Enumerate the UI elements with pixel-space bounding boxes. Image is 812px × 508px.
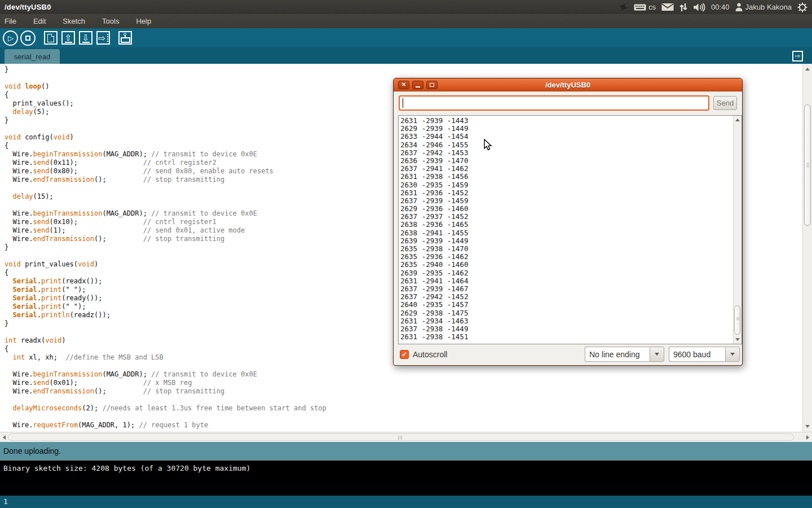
scroll-up-arrow-icon[interactable]	[805, 68, 810, 71]
tab-serial-read[interactable]: serial_read	[5, 49, 60, 64]
check-icon: ✓	[401, 351, 407, 358]
serial-data-row: 2637 -2939 -1467	[400, 285, 733, 293]
serial-data-row: 2629 -2938 -1475	[400, 309, 733, 317]
status-message: Done uploading.	[3, 446, 61, 456]
clock[interactable]: 00:40	[711, 3, 730, 11]
serial-data-row: 2631 -2936 -1452	[400, 189, 733, 197]
serial-data-row: 2634 -2946 -1455	[400, 141, 733, 149]
upload-button[interactable]: ⇨	[96, 31, 110, 45]
build-console: Binary sketch size: 4208 bytes (of a 307…	[0, 460, 812, 496]
mail-icon[interactable]	[661, 3, 674, 11]
serial-data-row: 2631 -2939 -1443	[400, 117, 733, 125]
horizontal-scrollbar-thumb[interactable]	[8, 433, 794, 441]
dropdown-arrow-button[interactable]	[725, 347, 740, 362]
console-line: Binary sketch size: 4208 bytes (of a 307…	[3, 464, 812, 473]
arrow-down-icon: ⇩	[82, 33, 90, 43]
open-button[interactable]: ⇧	[61, 31, 75, 45]
chevron-down-icon	[730, 353, 735, 356]
keyboard-layout-indicator[interactable]: cs	[634, 3, 656, 11]
sync-arrows-icon[interactable]	[679, 3, 687, 12]
code-line: delayMicroseconds(2); //needs at least 1…	[5, 404, 802, 413]
send-button-label: Send	[717, 99, 734, 107]
serial-data-row: 2630 -2935 -1459	[400, 181, 733, 189]
serial-data-row: 2637 -2939 -1459	[400, 197, 733, 205]
tab-menu-button[interactable]: ⇨	[792, 51, 803, 62]
maximize-button[interactable]	[426, 81, 438, 89]
volume-icon[interactable]	[693, 3, 705, 12]
serial-monitor-button[interactable]	[118, 31, 132, 45]
code-line: Wire.send(0x01); // x MSB reg	[5, 379, 802, 387]
new-document-icon	[47, 34, 54, 42]
keyboard-layout-label: cs	[648, 3, 656, 11]
serial-data-row: 2637 -2938 -1449	[400, 325, 733, 333]
keyboard-icon	[634, 3, 646, 11]
serial-data-row: 2637 -2937 -1452	[400, 213, 733, 221]
serial-data-row: 2638 -2941 -1455	[400, 229, 733, 237]
baud-rate-dropdown[interactable]: 9600 baud	[669, 347, 740, 362]
serial-data-row: 2639 -2935 -1462	[400, 269, 733, 277]
user-icon	[735, 3, 743, 11]
status-bar: Done uploading.	[0, 442, 812, 460]
menu-help[interactable]: Help	[136, 15, 159, 27]
scroll-down-arrow-icon[interactable]	[805, 425, 810, 428]
scroll-down-arrow-icon[interactable]	[735, 338, 740, 341]
editor-vertical-scrollbar[interactable]	[802, 64, 812, 432]
code-line: Wire.beginTransmission(MAG_ADDR); // tra…	[5, 370, 802, 379]
scroll-up-arrow-icon[interactable]	[735, 119, 740, 121]
indicator-icon[interactable]	[619, 2, 628, 12]
serial-data-row: 2639 -2939 -1449	[400, 237, 733, 245]
dropdown-arrow-button[interactable]	[650, 347, 664, 362]
serial-monitor-title: /dev/ttyUSB0	[394, 81, 742, 89]
serial-data-row: 2637 -2942 -1452	[400, 293, 733, 301]
editor-horizontal-scrollbar[interactable]	[0, 432, 812, 442]
serial-data-row: 2631 -2934 -1463	[400, 317, 733, 325]
top-panel: /dev/ttyUSB0 cs	[0, 0, 812, 14]
serial-data-row: 2631 -2938 -1451	[400, 333, 733, 341]
tab-label: serial_read	[14, 52, 50, 61]
arduino-ide-screen: /dev/ttyUSB0 cs	[0, 0, 812, 508]
serial-input[interactable]	[399, 95, 709, 111]
serial-data-row: 2638 -2936 -1465	[400, 221, 733, 229]
scroll-right-arrow-icon[interactable]	[806, 435, 809, 440]
menu-sketch[interactable]: Sketch	[63, 15, 93, 27]
line-number-strip: 1	[0, 496, 812, 508]
serial-data-row: 2631 -2938 -1456	[400, 173, 733, 181]
verify-button[interactable]: ▷	[3, 30, 18, 46]
line-ending-value: No line ending	[585, 347, 650, 362]
serial-scrollbar-thumb[interactable]	[734, 305, 740, 335]
tab-strip: serial_read ⇨	[0, 47, 812, 64]
serial-scrollbar[interactable]	[733, 116, 742, 344]
new-sketch-button[interactable]	[44, 31, 58, 45]
send-button[interactable]: Send	[713, 96, 737, 110]
arrow-up-icon: ⇧	[65, 33, 72, 43]
line-ending-dropdown[interactable]: No line ending	[585, 347, 664, 362]
arrow-right-icon: ⇨	[98, 34, 108, 42]
code-line	[5, 396, 802, 404]
serial-monitor-titlebar[interactable]: /dev/ttyUSB0 ✕	[394, 78, 742, 91]
code-line: Wire.requestFrom(MAG_ADDR, 1); // reques…	[5, 421, 802, 430]
power-gear-icon[interactable]	[797, 2, 807, 12]
mouse-cursor-icon	[484, 139, 492, 151]
serial-output[interactable]: 2631 -2939 -14432629 -2939 -14492633 -29…	[399, 116, 733, 344]
menu-tools[interactable]: Tools	[102, 15, 127, 27]
serial-data-row: 2640 -2935 -1457	[400, 301, 733, 309]
autoscroll-checkbox[interactable]: ✓	[400, 350, 409, 359]
serial-data-row: 2636 -2939 -1470	[400, 157, 733, 165]
scroll-left-arrow-icon[interactable]	[3, 435, 6, 440]
serial-data-row: 2637 -2942 -1453	[400, 149, 733, 157]
line-number: 1	[3, 497, 8, 506]
minimize-button[interactable]	[412, 81, 423, 89]
close-button[interactable]: ✕	[398, 81, 409, 89]
menu-edit[interactable]: Edit	[33, 15, 54, 27]
save-button[interactable]: ⇩	[79, 31, 92, 45]
menu-file[interactable]: File	[5, 15, 24, 27]
code-line: }	[5, 65, 802, 74]
chevron-down-icon	[655, 353, 659, 356]
serial-data-row: 2631 -2941 -1464	[400, 277, 733, 285]
serial-monitor-controls: ✓ Autoscroll No line ending 9600 baud	[394, 344, 742, 365]
serial-data-row: 2635 -2938 -1470	[400, 245, 733, 253]
code-line	[5, 413, 802, 421]
user-menu[interactable]: Jakub Kakona	[735, 3, 792, 11]
stop-button[interactable]	[20, 30, 36, 46]
vertical-scrollbar-thumb[interactable]	[804, 104, 811, 226]
